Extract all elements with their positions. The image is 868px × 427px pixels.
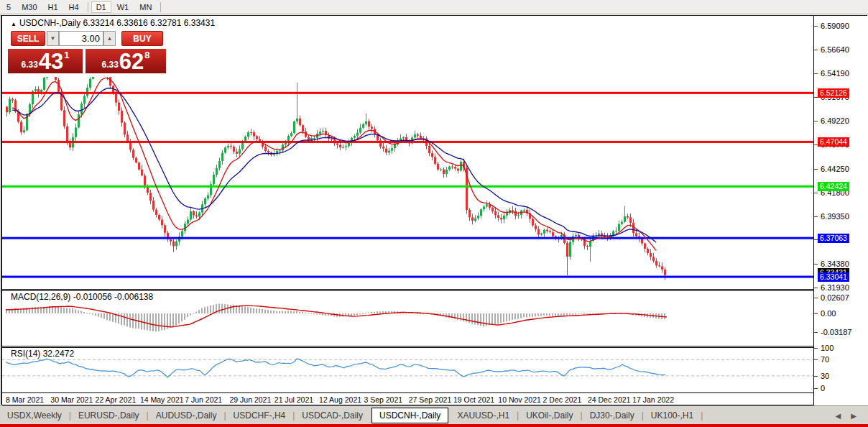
- panel-divider: [2, 290, 868, 291]
- panel-divider[interactable]: [2, 289, 868, 290]
- buy-price-prefix: 6.33: [101, 60, 118, 70]
- rsi-tick-label: 30: [821, 372, 829, 380]
- macd-values: -0.010056 -0.006138: [73, 292, 153, 302]
- rsi-tick-label: 100: [821, 344, 834, 352]
- chart-tab-audusd-daily[interactable]: AUDUSD-,Daily: [149, 408, 224, 423]
- chart-tab-usdchf-h4[interactable]: USDCHF-,H4: [226, 408, 293, 423]
- sell-button[interactable]: SELL: [11, 31, 45, 46]
- tab-scroll-arrows: ◀▶: [836, 406, 857, 425]
- rsi-value: 32.2472: [43, 349, 74, 359]
- rsi-tick-mark: [814, 359, 818, 360]
- level-price-label[interactable]: 6.47044: [818, 137, 849, 147]
- price-tick-label: 6.34380: [821, 260, 849, 268]
- timeframe-button-mn[interactable]: MN: [134, 1, 157, 13]
- price-tick-label: 6.59090: [821, 22, 849, 30]
- date-axis-label: 3 Sep 2021: [364, 395, 402, 404]
- buy-button[interactable]: BUY: [121, 31, 163, 46]
- chart-tab-xauusd-h1[interactable]: XAUUSD-,H1: [450, 408, 517, 423]
- price-tick-mark: [814, 288, 818, 288]
- chart-tab-usdx-weekly[interactable]: USDX,Weekly: [0, 408, 69, 423]
- toolbar-separator: [160, 2, 161, 12]
- chart-tab-usdcnh-daily[interactable]: USDCNH-,Daily: [371, 408, 448, 423]
- level-price-label[interactable]: 6.52126: [818, 88, 849, 98]
- date-axis-label: 27 Sep 2021: [409, 395, 452, 404]
- sell-price-prefix: 6.33: [21, 60, 37, 70]
- buy-price-box[interactable]: 6.33 62 8: [86, 49, 166, 73]
- buy-price-pip: 8: [144, 50, 149, 60]
- volume-decrease-button[interactable]: ▼: [47, 31, 59, 46]
- tab-scroll-right-icon[interactable]: ▶: [851, 412, 857, 420]
- toolbar-separator: [88, 2, 88, 12]
- level-price-label[interactable]: 6.37063: [818, 234, 849, 243]
- price-tick-mark: [814, 193, 818, 193]
- date-axis-label: 17 Jan 2022: [632, 395, 674, 404]
- volume-increase-button[interactable]: ▲: [103, 31, 116, 46]
- chart-tab-ukoil-daily[interactable]: UKOil-,Daily: [519, 408, 580, 423]
- chart-tab-eurusd-daily[interactable]: EURUSD-,Daily: [71, 408, 147, 423]
- chart-title: USDCNH-,Daily: [19, 18, 80, 28]
- chart-window: ▲USDCNH-,Daily 6.33214 6.33616 6.32781 6…: [1, 15, 867, 405]
- date-axis-label: 30 Mar 2021: [50, 395, 93, 404]
- tab-scroll-left-icon[interactable]: ◀: [836, 412, 841, 420]
- chart-header: ▲USDCNH-,Daily 6.33214 6.33616 6.32781 6…: [11, 18, 215, 28]
- chart-tab-dj30-daily[interactable]: DJ30-,Daily: [583, 408, 642, 423]
- price-tick-mark: [814, 264, 818, 265]
- panel-divider: [2, 392, 868, 393]
- price-tick-label: 6.49220: [821, 116, 849, 125]
- timeframe-button-5[interactable]: 5: [1, 1, 16, 13]
- tab-separator: |: [701, 410, 703, 421]
- timeframe-button-d1[interactable]: D1: [91, 1, 111, 13]
- price-tick-mark: [814, 121, 818, 121]
- date-axis-label: 21 Jul 2021: [274, 395, 313, 404]
- price-axis: 6.590906.566406.541906.516706.492206.467…: [813, 16, 868, 405]
- price-tick-mark: [814, 50, 818, 50]
- macd-tick-label: 0.02607: [821, 293, 849, 302]
- date-axis-label: 29 Jun 2021: [230, 395, 272, 404]
- chart-tab-bar: USDX,Weekly|EURUSD-,Daily|AUDUSD-,Daily|…: [0, 405, 868, 425]
- timeframe-button-h4[interactable]: H4: [64, 1, 84, 13]
- rsi-tick-mark: [814, 376, 818, 377]
- date-axis-label: 19 Oct 2021: [453, 395, 494, 404]
- date-axis-label: 2 Dec 2021: [543, 395, 582, 404]
- price-tick-label: 6.56640: [821, 45, 849, 54]
- collapse-icon[interactable]: ▲: [11, 21, 17, 27]
- date-axis-label: 12 Aug 2021: [319, 395, 361, 404]
- volume-input[interactable]: [59, 31, 103, 46]
- date-axis-label: 14 May 2021: [140, 395, 184, 404]
- macd-tick-label: 0.00: [821, 309, 836, 318]
- rsi-label: RSI(14) 32.2472: [11, 349, 74, 359]
- rsi-tick-label: 70: [821, 355, 829, 364]
- date-axis-label: 24 Dec 2021: [588, 395, 631, 404]
- price-tick-label: 6.54190: [821, 69, 849, 78]
- timeframe-button-h1[interactable]: H1: [43, 1, 63, 13]
- price-tick-mark: [814, 216, 818, 217]
- level-price-label[interactable]: 6.33041: [818, 272, 849, 282]
- rsi-name: RSI(14): [11, 349, 40, 359]
- macd-label: MACD(12,26,9) -0.010056 -0.006138: [11, 292, 153, 302]
- level-price-label[interactable]: 6.42424: [818, 182, 849, 191]
- timeframe-button-m30[interactable]: M30: [17, 1, 42, 13]
- macd-tick-mark: [814, 298, 818, 298]
- rsi-chart[interactable]: [2, 348, 815, 392]
- timeframe-button-w1[interactable]: W1: [112, 1, 134, 13]
- panel-divider: [2, 347, 868, 348]
- macd-tick-mark: [814, 332, 818, 333]
- bottom-red-strip: [0, 424, 868, 427]
- sell-price-box[interactable]: 6.33 43 1: [8, 49, 83, 73]
- chart-tab-uk100-h1[interactable]: UK100-,H1: [644, 408, 701, 423]
- sell-price-pip: 1: [64, 50, 69, 60]
- date-axis-label: 7 Jun 2021: [185, 395, 222, 404]
- rsi-tick-mark: [814, 348, 818, 349]
- date-axis-label: 22 Apr 2021: [96, 395, 137, 404]
- panel-divider[interactable]: [2, 346, 868, 346]
- terminal-window: 5M30H1H4D1W1MN ▲USDCNH-,Daily 6.33214 6.…: [0, 0, 868, 427]
- chart-tab-usdcad-daily[interactable]: USDCAD-,Daily: [295, 408, 370, 423]
- timeframe-toolbar: 5M30H1H4D1W1MN: [0, 0, 868, 14]
- one-click-trading-panel: SELL ▼ ▲ BUY 6.33 43 1 6.33 62 8: [6, 27, 169, 77]
- date-axis-label: 8 Mar 2021: [6, 395, 44, 404]
- macd-tick-mark: [814, 313, 818, 314]
- price-tick-mark: [814, 169, 818, 170]
- price-tick-label: 6.31930: [821, 283, 849, 292]
- buy-price-big: 62: [119, 51, 144, 73]
- rsi-tick-label: 0: [821, 384, 825, 392]
